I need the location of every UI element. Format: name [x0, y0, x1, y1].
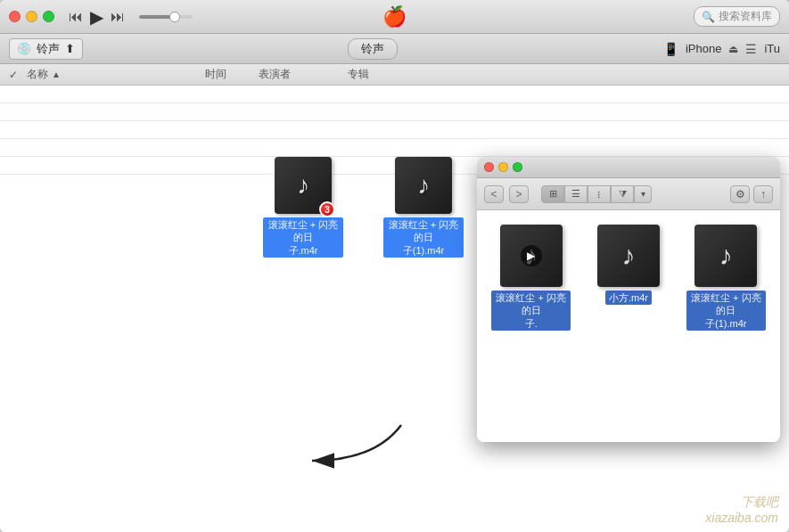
music-file-1[interactable]: ♪ 3 滚滚红尘 + 闪亮的日子.m4r — [263, 157, 343, 258]
finder-controls — [484, 162, 522, 172]
iphone-label: iPhone — [686, 42, 721, 55]
ringtone-selector-arrow: ⬆ — [65, 42, 75, 55]
main-content: ♪ 3 滚滚红尘 + 闪亮的日子.m4r ♪ 滚滚红尘 + 闪亮的日子(1).m… — [0, 86, 789, 532]
music-file-2[interactable]: ♪ 滚滚红尘 + 闪亮的日子(1).m4r — [383, 157, 464, 258]
sort-arrow-icon: ▲ — [52, 70, 61, 79]
finder-share-button[interactable]: ↑ — [753, 185, 773, 203]
file-label-1: 滚滚红尘 + 闪亮的日子.m4r — [263, 217, 343, 258]
ringtone-selector[interactable]: 💿 铃声 ⬆ — [9, 38, 83, 60]
finder-file-1[interactable]: ♪ ▶ 滚滚红尘 + 闪亮的日子. — [491, 225, 571, 331]
finder-grid-view-button[interactable]: ⊞ — [541, 185, 564, 203]
finder-action-buttons: ⚙ ↑ — [730, 185, 773, 203]
volume-knob — [169, 12, 180, 22]
ringtone-center-area: 铃声 — [83, 38, 663, 60]
title-bar: ⏮ ▶ ⏭ 🍎 🔍 搜索资料库 — [0, 0, 789, 34]
music-icon-1: ♪ 3 — [275, 157, 332, 214]
volume-slider[interactable] — [139, 15, 193, 19]
finder-window: < > ⊞ ☰ ⫶ ⧩ ▾ ⚙ ↑ ♪ — [477, 157, 780, 442]
drag-arrow — [259, 407, 437, 479]
finder-file-label-2: 小方.m4r — [605, 291, 652, 305]
col-time-header[interactable]: 时间 — [205, 67, 259, 82]
watermark: 下载吧xiazaiba.com — [705, 495, 778, 525]
rewind-button[interactable]: ⏮ — [69, 9, 83, 25]
toolbar-row: 💿 铃声 ⬆ 铃声 📱 iPhone ⏏ ☰ iTu — [0, 34, 789, 64]
play-button[interactable]: ▶ — [90, 6, 103, 28]
finder-music-icon-3: ♪ — [694, 225, 757, 287]
maximize-button[interactable] — [43, 11, 54, 22]
finder-gear-button[interactable]: ⚙ — [730, 185, 750, 203]
finder-file-label-1: 滚滚红尘 + 闪亮的日子. — [491, 291, 571, 331]
iphone-device-icon: 📱 — [663, 42, 678, 56]
search-icon: 🔍 — [702, 11, 715, 23]
search-placeholder: 搜索资料库 — [719, 9, 772, 24]
finder-view-dropdown[interactable]: ▾ — [634, 185, 652, 203]
ringtone-selector-label: 铃声 — [37, 41, 60, 57]
finder-forward-button[interactable]: > — [509, 185, 529, 203]
list-row — [0, 121, 789, 139]
eject-icon[interactable]: ⏏ — [728, 43, 738, 55]
window-controls — [9, 11, 54, 22]
finder-titlebar — [477, 157, 780, 178]
finder-music-icon-1: ♪ ▶ — [500, 225, 563, 287]
finder-view-buttons: ⊞ ☰ ⫶ ⧩ ▾ — [541, 185, 652, 203]
ringtone-disk-icon: 💿 — [17, 42, 31, 55]
itunes-window: ⏮ ▶ ⏭ 🍎 🔍 搜索资料库 💿 铃声 ⬆ 铃声 📱 — [0, 0, 789, 532]
list-row — [0, 139, 789, 157]
finder-minimize-button[interactable] — [498, 162, 508, 172]
list-row — [0, 103, 789, 121]
finder-column-view-button[interactable]: ⫶ — [588, 185, 611, 203]
apple-logo: 🍎 — [382, 5, 407, 29]
col-name-header[interactable]: 名称 ▲ — [27, 67, 205, 82]
music-icon-2: ♪ — [395, 157, 452, 214]
finder-file-label-3: 滚滚红尘 + 闪亮的日子(1).m4r — [686, 291, 766, 331]
fast-forward-button[interactable]: ⏭ — [111, 9, 125, 25]
play-overlay-icon: ▶ — [521, 245, 542, 266]
music-note-icon-2: ♪ — [417, 171, 430, 200]
music-note-icon: ♪ — [297, 171, 309, 200]
finder-back-button[interactable]: < — [484, 185, 504, 203]
transport-controls: ⏮ ▶ ⏭ — [69, 6, 193, 28]
badge-count: 3 — [319, 201, 335, 217]
list-icon[interactable]: ☰ — [745, 42, 757, 56]
finder-close-button[interactable] — [484, 162, 494, 172]
search-bar[interactable]: 🔍 搜索资料库 — [694, 6, 780, 27]
col-check: ✓ — [9, 69, 27, 81]
col-album-header[interactable]: 专辑 — [348, 67, 526, 82]
minimize-button[interactable] — [26, 11, 37, 22]
finder-toolbar: < > ⊞ ☰ ⫶ ⧩ ▾ ⚙ ↑ — [477, 178, 780, 210]
finder-file-3[interactable]: ♪ 滚滚红尘 + 闪亮的日子(1).m4r — [686, 225, 766, 331]
finder-content: ♪ ▶ 滚滚红尘 + 闪亮的日子. ♪ 小方.m4r ♪ — [477, 210, 780, 442]
file-label-2: 滚滚红尘 + 闪亮的日子(1).m4r — [383, 217, 464, 258]
finder-maximize-button[interactable] — [513, 162, 522, 172]
list-row — [0, 86, 789, 103]
device-controls: 📱 iPhone ⏏ ☰ iTu — [663, 42, 780, 56]
itu-text: iTu — [764, 42, 780, 55]
finder-list-view-button[interactable]: ☰ — [564, 185, 588, 203]
column-headers: ✓ 名称 ▲ 时间 表演者 专辑 — [0, 64, 789, 86]
finder-file-2[interactable]: ♪ 小方.m4r — [588, 225, 668, 305]
finder-coverflow-view-button[interactable]: ⧩ — [611, 185, 634, 203]
close-button[interactable] — [9, 11, 21, 22]
ringtone-badge: 铃声 — [348, 38, 398, 60]
col-artist-header[interactable]: 表演者 — [259, 67, 348, 82]
finder-music-icon-2: ♪ — [597, 225, 660, 287]
